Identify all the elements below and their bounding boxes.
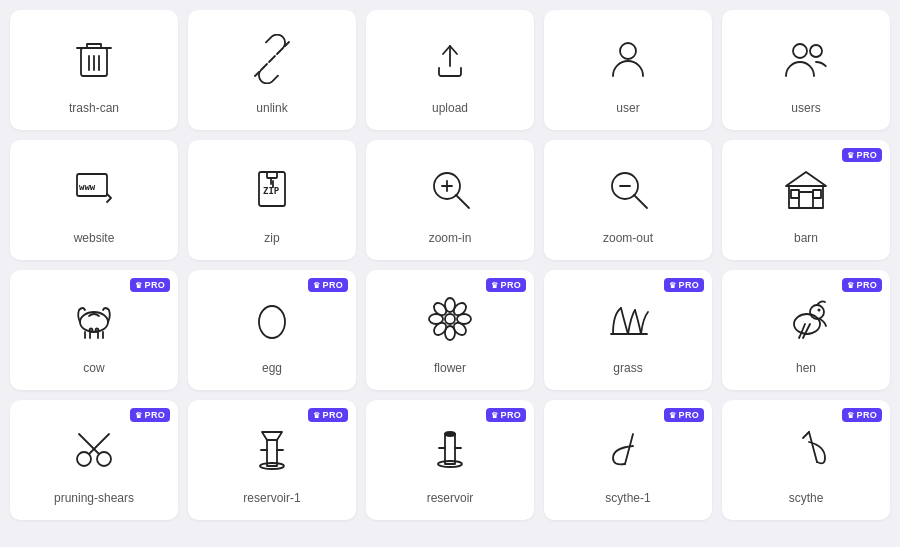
svg-point-8: [620, 43, 636, 59]
svg-point-10: [810, 45, 822, 57]
upload-icon: [420, 29, 480, 89]
hen-icon: [776, 289, 836, 349]
website-icon: www: [64, 159, 124, 219]
card-label: cow: [83, 361, 104, 375]
svg-rect-29: [813, 190, 821, 198]
card-unlink[interactable]: unlink: [188, 10, 356, 130]
card-label: website: [74, 231, 115, 245]
pro-badge: PRO: [842, 408, 882, 422]
card-label: flower: [434, 361, 466, 375]
pro-badge: PRO: [486, 278, 526, 292]
card-user[interactable]: user: [544, 10, 712, 130]
grass-icon: [598, 289, 658, 349]
user-icon: [598, 29, 658, 89]
scythe-1-icon: [598, 419, 658, 479]
card-label: zip: [264, 231, 279, 245]
svg-rect-27: [799, 192, 813, 208]
svg-line-67: [625, 434, 633, 464]
card-reservoir[interactable]: PRO reservoir: [366, 400, 534, 520]
card-label: hen: [796, 361, 816, 375]
card-flower[interactable]: PRO flower: [366, 270, 534, 390]
zip-icon: ZIP: [242, 159, 302, 219]
card-trash-can[interactable]: trash-can: [10, 10, 178, 130]
card-label: upload: [432, 101, 468, 115]
card-label: grass: [613, 361, 642, 375]
card-label: unlink: [256, 101, 287, 115]
card-pruning-shears[interactable]: PRO pruning-shears: [10, 400, 178, 520]
pro-badge: PRO: [664, 408, 704, 422]
card-label: user: [616, 101, 639, 115]
scythe-icon: [776, 419, 836, 479]
svg-line-19: [456, 195, 469, 208]
card-upload[interactable]: upload: [366, 10, 534, 130]
unlink-icon: [242, 29, 302, 89]
svg-rect-28: [791, 190, 799, 198]
reservoir-icon: [420, 419, 480, 479]
barn-icon: [776, 159, 836, 219]
card-label: scythe: [789, 491, 824, 505]
svg-text:www: www: [79, 182, 96, 192]
svg-line-55: [79, 434, 94, 449]
svg-line-53: [89, 449, 94, 454]
card-label: pruning-shears: [54, 491, 134, 505]
card-zoom-in[interactable]: zoom-in: [366, 140, 534, 260]
cow-icon: [64, 289, 124, 349]
svg-point-9: [793, 44, 807, 58]
zoom-out-icon: [598, 159, 658, 219]
svg-line-56: [94, 434, 109, 449]
card-zip[interactable]: ZIP zip: [188, 140, 356, 260]
card-label: users: [791, 101, 820, 115]
pro-badge: PRO: [130, 278, 170, 292]
trash-can-icon: [64, 29, 124, 89]
card-egg[interactable]: PRO egg: [188, 270, 356, 390]
card-label: scythe-1: [605, 491, 650, 505]
egg-icon: [242, 289, 302, 349]
svg-rect-14: [267, 172, 277, 178]
zoom-in-icon: [420, 159, 480, 219]
pruning-shears-icon: [64, 419, 124, 479]
card-grass[interactable]: PRO grass: [544, 270, 712, 390]
card-reservoir-1[interactable]: PRO reservoir-1: [188, 400, 356, 520]
svg-point-30: [80, 312, 108, 332]
svg-text:ZIP: ZIP: [263, 186, 280, 196]
card-scythe[interactable]: PRO scythe: [722, 400, 890, 520]
card-label: barn: [794, 231, 818, 245]
pro-badge: PRO: [308, 408, 348, 422]
card-label: egg: [262, 361, 282, 375]
svg-point-32: [96, 329, 99, 332]
card-website[interactable]: www website: [10, 140, 178, 260]
icon-grid: trash-can unlink upload user: [10, 10, 890, 520]
flower-icon: [420, 289, 480, 349]
svg-line-69: [803, 432, 809, 438]
users-icon: [776, 29, 836, 89]
svg-point-50: [818, 309, 821, 312]
pro-badge: PRO: [308, 278, 348, 292]
card-hen[interactable]: PRO hen: [722, 270, 890, 390]
card-label: reservoir: [427, 491, 474, 505]
pro-badge: PRO: [664, 278, 704, 292]
card-barn[interactable]: PRO barn: [722, 140, 890, 260]
svg-point-37: [259, 306, 285, 338]
pro-badge: PRO: [842, 278, 882, 292]
svg-marker-57: [262, 432, 282, 440]
card-label: trash-can: [69, 101, 119, 115]
card-users[interactable]: users: [722, 10, 890, 130]
svg-point-38: [445, 314, 455, 324]
card-label: reservoir-1: [243, 491, 300, 505]
reservoir-1-icon: [242, 419, 302, 479]
svg-line-54: [94, 449, 99, 454]
card-label: zoom-out: [603, 231, 653, 245]
svg-rect-62: [445, 434, 455, 464]
card-scythe-1[interactable]: PRO scythe-1: [544, 400, 712, 520]
svg-point-31: [90, 329, 93, 332]
card-cow[interactable]: PRO cow: [10, 270, 178, 390]
pro-badge: PRO: [130, 408, 170, 422]
card-zoom-out[interactable]: zoom-out: [544, 140, 712, 260]
svg-marker-25: [786, 172, 826, 186]
svg-line-68: [809, 432, 817, 462]
svg-line-4: [269, 56, 275, 62]
pro-badge: PRO: [842, 148, 882, 162]
pro-badge: PRO: [486, 408, 526, 422]
card-label: zoom-in: [429, 231, 472, 245]
svg-line-23: [634, 195, 647, 208]
